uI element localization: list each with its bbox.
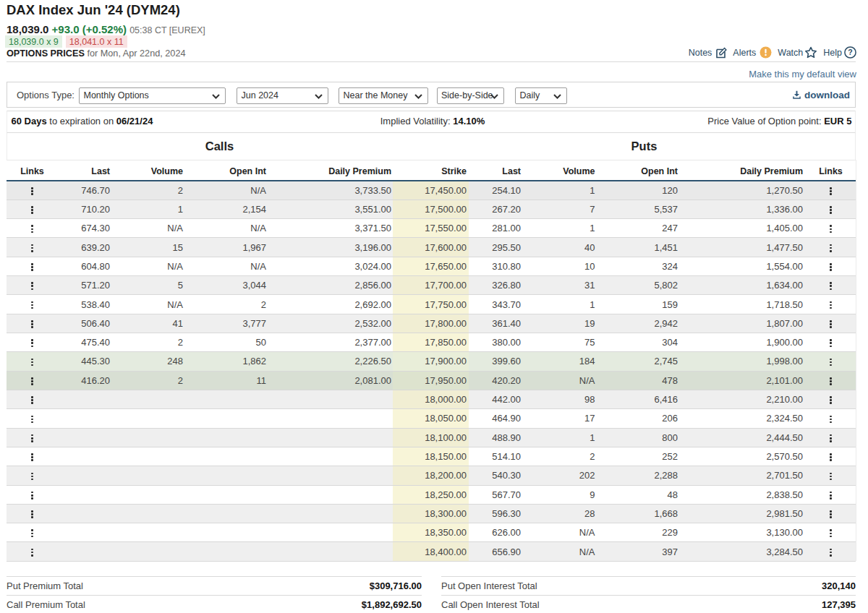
svg-text:?: ? [848,48,852,56]
